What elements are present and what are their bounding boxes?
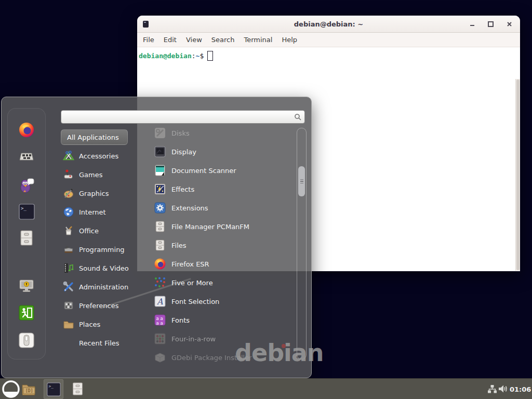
svg-text:A: A <box>156 297 163 307</box>
four-in-a-row-icon <box>154 332 166 345</box>
desktop: debian@debian: ~ File Edit View Search T… <box>0 0 532 399</box>
internet-icon <box>63 206 74 218</box>
category-internet[interactable]: Internet <box>61 203 135 221</box>
shell-prompt: debian@debian:~$ <box>139 51 213 61</box>
minimize-button[interactable] <box>469 21 475 28</box>
administration-icon <box>63 281 74 292</box>
network-tray-icon[interactable] <box>487 384 497 393</box>
application-menu: >_ <box>1 97 312 378</box>
menu-help[interactable]: Help <box>277 36 302 44</box>
favorites-rail: >_ <box>7 108 46 360</box>
shut-down-icon <box>18 332 35 349</box>
taskbar-file-manager-launcher[interactable]: [D] <box>21 382 36 396</box>
taskbar-clock[interactable]: 01:06 <box>510 379 531 399</box>
minimize-icon <box>470 25 474 26</box>
category-administration[interactable]: Administration <box>61 277 135 296</box>
app-list-scrollbar[interactable] <box>297 128 307 360</box>
sound-video-icon <box>63 262 74 274</box>
network-icon <box>487 384 497 393</box>
terminal-scrollbar[interactable] <box>515 79 520 271</box>
lock-screen-icon <box>18 277 35 294</box>
category-all-applications[interactable]: All Applications <box>61 129 128 145</box>
app-display[interactable]: Display <box>138 142 294 161</box>
menu-terminal[interactable]: Terminal <box>239 36 277 44</box>
favorite-file-manager[interactable] <box>18 229 35 247</box>
file-cabinet-icon <box>154 220 166 233</box>
search-icon <box>294 113 301 121</box>
app-file-manager-pcmanfm[interactable]: File Manager PCManFM <box>138 217 294 236</box>
favorite-pidgin[interactable] <box>18 176 35 194</box>
app-five-or-more[interactable]: Five or More <box>138 273 294 292</box>
games-icon <box>63 169 74 180</box>
terminal-scrollbar-handle[interactable] <box>516 79 520 270</box>
close-button[interactable] <box>506 21 513 28</box>
svg-text:>_: >_ <box>21 206 26 211</box>
app-document-scanner[interactable]: Document Scanner <box>138 161 294 180</box>
places-icon <box>63 318 74 330</box>
app-extensions[interactable]: Extensions <box>138 198 294 217</box>
five-or-more-icon <box>154 276 166 289</box>
debian-wordmark-dot <box>282 344 286 348</box>
fonts-icon: a a a a <box>154 314 166 326</box>
menu-edit[interactable]: Edit <box>159 36 181 44</box>
shut-down-button[interactable] <box>18 331 35 349</box>
category-programming[interactable]: Programming <box>61 240 135 259</box>
app-font-selection[interactable]: A Font Selection <box>138 292 294 311</box>
svg-text:a a: a a <box>156 321 163 326</box>
terminal-titlebar[interactable]: debian@debian: ~ <box>137 16 520 33</box>
menu-button[interactable] <box>2 380 20 398</box>
category-preferences[interactable]: Preferences <box>61 296 135 315</box>
taskbar-files-launcher[interactable] <box>71 381 84 397</box>
effects-icon <box>154 183 166 195</box>
category-office[interactable]: Office <box>61 221 135 240</box>
volume-tray-icon[interactable] <box>498 384 508 393</box>
graphics-icon <box>63 188 74 199</box>
maximize-button[interactable] <box>487 21 494 28</box>
category-graphics[interactable]: Graphics <box>61 184 135 203</box>
taskbar: [D] >_ <box>0 378 532 399</box>
log-out-button[interactable] <box>18 304 35 322</box>
category-games[interactable]: Games <box>61 165 135 184</box>
taskbar-terminal-task[interactable]: >_ <box>44 379 63 399</box>
terminal-icon: >_ <box>47 382 61 396</box>
terminal-icon: >_ <box>19 204 35 220</box>
file-cabinet-icon <box>71 381 84 396</box>
app-fonts[interactable]: a a a a Fonts <box>138 311 294 329</box>
app-effects[interactable]: Effects <box>138 180 294 198</box>
prompt-user-host: debian@debian <box>139 52 192 60</box>
disks-icon <box>154 127 166 139</box>
lock-screen-button[interactable] <box>18 277 35 295</box>
category-places[interactable]: Places <box>61 315 135 334</box>
favorite-firefox[interactable] <box>18 121 35 139</box>
favorite-terminal[interactable]: >_ <box>18 203 35 220</box>
firefox-icon <box>154 258 166 270</box>
close-icon <box>507 21 512 27</box>
menu-view[interactable]: View <box>181 36 207 44</box>
maximize-icon <box>488 21 494 27</box>
programming-icon <box>63 244 74 255</box>
svg-text:[D]: [D] <box>25 389 33 393</box>
app-disks[interactable]: Disks <box>138 124 294 142</box>
menu-logo-icon <box>2 380 20 398</box>
category-recent-files[interactable]: Recent Files <box>61 334 135 352</box>
category-sound-video[interactable]: Sound & Video <box>61 259 135 277</box>
app-list-scrollbar-handle[interactable] <box>298 166 305 196</box>
debian-wordmark: debian <box>235 339 324 367</box>
folder-icon: [D] <box>21 382 36 396</box>
menu-file[interactable]: File <box>138 36 159 44</box>
app-files[interactable]: Files <box>138 236 294 255</box>
terminal-window-title: debian@debian: ~ <box>137 20 520 28</box>
app-firefox-esr[interactable]: Firefox ESR <box>138 255 294 273</box>
app-search <box>61 110 305 124</box>
terminal-menubar: File Edit View Search Terminal Help <box>137 33 520 47</box>
document-scanner-icon <box>154 164 166 177</box>
app-search-input[interactable] <box>61 112 294 122</box>
application-list: Disks Display <box>138 124 294 367</box>
log-out-icon <box>18 304 35 321</box>
file-cabinet-icon <box>154 239 166 251</box>
category-accessories[interactable]: Accessories <box>61 147 135 165</box>
favorite-keyboard[interactable] <box>18 148 35 166</box>
menu-search[interactable]: Search <box>207 36 240 44</box>
gdebi-icon <box>154 351 166 364</box>
file-cabinet-icon <box>19 230 34 246</box>
